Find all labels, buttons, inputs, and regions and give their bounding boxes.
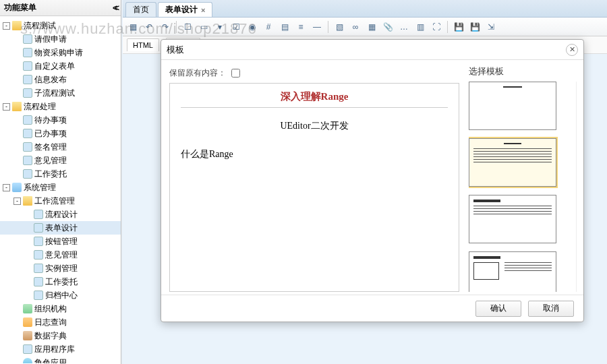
select-button[interactable]: ▾	[212, 20, 227, 34]
image-icon: ▧	[336, 22, 343, 32]
table-button[interactable]: ▦	[364, 20, 379, 34]
tree-item-20[interactable]: 归档中心	[0, 289, 121, 302]
tree-item-23[interactable]: 数据字典	[0, 329, 121, 342]
input-text-icon: ☐	[184, 22, 192, 32]
tree-item-2[interactable]: 物资采购申请	[0, 46, 121, 59]
export-button[interactable]: ⇲	[484, 20, 498, 34]
template-preview: 深入理解Range UEditor二次开发 什么是Range	[169, 83, 459, 292]
doc-icon	[23, 169, 32, 179]
tree-item-25[interactable]: 角色应用	[0, 356, 121, 363]
fullscreen-button[interactable]: ⛶	[429, 20, 444, 34]
doc-icon	[34, 277, 43, 286]
tree-item-21[interactable]: 组织机构	[0, 302, 121, 315]
number-icon: #	[266, 22, 271, 32]
tree-toggle-icon[interactable]: -	[3, 184, 10, 191]
tree-item-22[interactable]: 日志查询	[0, 315, 121, 329]
tree-item-18[interactable]: 实例管理	[0, 262, 121, 275]
input-area-button[interactable]: ▭	[196, 20, 211, 34]
tab-0[interactable]: 首页	[125, 2, 156, 17]
template-dialog: 模板 ✕ 保留原有内容： 深入理解Range UEditor二次开发 什么是Ra…	[161, 39, 584, 322]
tree-item-14[interactable]: 流程设计	[0, 208, 121, 221]
code-button[interactable]: …	[397, 20, 411, 34]
sidebar-collapse-button[interactable]: <<	[113, 3, 117, 13]
list-button[interactable]: ≡	[293, 20, 308, 34]
folder-icon	[12, 21, 22, 30]
tree-toggle-icon[interactable]: -	[3, 22, 10, 30]
tree-item-10[interactable]: 意见管理	[0, 154, 121, 167]
save-as-button[interactable]: 💾	[467, 20, 482, 34]
dialog-title: 模板	[167, 44, 184, 56]
tree-item-6[interactable]: -流程处理	[0, 100, 121, 113]
tree-item-11[interactable]: 工作委托	[0, 167, 121, 181]
tree-item-24[interactable]: 应用程序库	[0, 342, 121, 356]
template-thumb-blank[interactable]	[469, 82, 556, 130]
tree-item-label: 意见管理	[45, 249, 78, 261]
doc-icon	[34, 250, 43, 260]
link-button[interactable]: ∞	[348, 20, 363, 34]
template-thumb-heading-lines[interactable]	[469, 195, 556, 243]
doc-icon	[23, 48, 32, 57]
grid-button[interactable]: ▥	[413, 20, 428, 34]
keep-content-checkbox[interactable]	[231, 69, 240, 78]
preview-heading: 深入理解Range	[181, 90, 448, 108]
tree-item-3[interactable]: 自定义表单	[0, 59, 121, 73]
tree-item-0[interactable]: -流程测试	[0, 19, 121, 32]
tree-item-12[interactable]: -系统管理	[0, 181, 121, 194]
html-mode-badge[interactable]: HTML	[127, 38, 159, 51]
tab-close-icon[interactable]: ×	[201, 6, 205, 14]
tree-item-8[interactable]: 已办事项	[0, 127, 121, 140]
save-as-icon: 💾	[470, 22, 480, 32]
tree-item-label: 待办事项	[34, 115, 67, 126]
tree-item-19[interactable]: 工作委托	[0, 275, 121, 289]
checkbox-button[interactable]: ☑	[229, 20, 243, 34]
tree-item-label: 工作委托	[34, 169, 67, 180]
cancel-button[interactable]: 取消	[528, 301, 574, 317]
date-button[interactable]: ▤	[277, 20, 292, 34]
tree-item-1[interactable]: 请假申请	[0, 32, 121, 46]
tree-item-15[interactable]: 表单设计	[0, 221, 121, 235]
export-icon: ⇲	[488, 22, 494, 32]
table-icon: ▦	[368, 22, 376, 32]
tree-item-9[interactable]: 签名管理	[0, 140, 121, 154]
preview-subheading: UEditor二次开发	[181, 120, 448, 132]
divider-button[interactable]: —	[310, 20, 324, 34]
template-thumb-lined[interactable]	[469, 138, 556, 187]
user-icon	[23, 358, 32, 363]
undo-button[interactable]: ↶	[142, 20, 156, 34]
attach-button[interactable]: 📎	[380, 20, 395, 34]
tree-item-7[interactable]: 待办事项	[0, 113, 121, 127]
tree-item-label: 流程处理	[24, 101, 56, 113]
template-thumb-image-text[interactable]	[469, 251, 556, 292]
doc-icon	[23, 115, 32, 125]
tree-item-16[interactable]: 按钮管理	[0, 235, 121, 248]
radio-icon: ◉	[249, 22, 256, 32]
radio-button[interactable]: ◉	[245, 20, 260, 34]
tree-item-13[interactable]: -工作流管理	[0, 194, 121, 208]
tree-toggle-icon[interactable]: -	[3, 103, 10, 111]
save-icon: 💾	[454, 22, 464, 32]
input-text-button[interactable]: ☐	[180, 20, 195, 34]
code-icon: …	[400, 22, 408, 32]
dialog-footer: 确认 取消	[161, 295, 583, 322]
ok-button[interactable]: 确认	[475, 301, 521, 317]
doc-icon	[23, 61, 32, 71]
tree-item-label: 信息发布	[34, 74, 67, 86]
tree-item-5[interactable]: 子流程测试	[0, 86, 121, 100]
dialog-close-button[interactable]: ✕	[566, 44, 578, 56]
image-button[interactable]: ▧	[332, 20, 347, 34]
tree-item-4[interactable]: 信息发布	[0, 73, 121, 86]
dialog-header: 模板 ✕	[161, 40, 583, 60]
tree-toggle-icon[interactable]: -	[13, 198, 21, 205]
doc-icon	[34, 264, 43, 273]
sidebar-title: 功能菜单	[4, 2, 36, 13]
source-button[interactable]: ▦	[125, 20, 140, 34]
tree-item-17[interactable]: 意见管理	[0, 248, 121, 262]
tab-1[interactable]: 表单设计×	[158, 2, 212, 17]
tree-item-label: 流程测试	[24, 20, 56, 32]
number-button[interactable]: #	[261, 20, 276, 34]
date-icon: ▤	[281, 22, 289, 32]
undo-icon: ↶	[146, 22, 152, 32]
tree-item-label: 应用程序库	[34, 344, 75, 355]
save-button[interactable]: 💾	[451, 20, 466, 34]
redo-button[interactable]: ↷	[158, 20, 173, 34]
